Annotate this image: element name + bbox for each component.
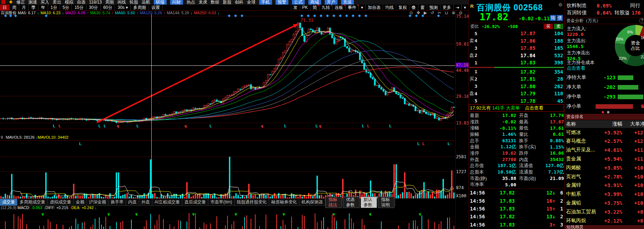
indicator-tab[interactable]: 盘后成交量	[182, 199, 208, 206]
period-tab[interactable]: 周	[10, 5, 19, 10]
toolbar-button[interactable]: ⇥	[453, 5, 461, 10]
toolbar-button[interactable]: 更多	[440, 5, 453, 10]
toolbar-button[interactable]: 窗	[418, 5, 427, 10]
period-tab[interactable]: 多周期	[131, 5, 149, 10]
lock-icon[interactable]: ⊔	[445, 10, 448, 15]
buy-button[interactable]: 买	[544, 24, 553, 29]
col-change[interactable]: 涨幅	[600, 121, 622, 127]
zoom-out-icon[interactable]: ⊖	[459, 10, 462, 15]
top-menu-item[interactable]: 远航	[142, 0, 150, 5]
top-menu-item[interactable]: 买入	[41, 0, 49, 5]
ask-row[interactable]: 517.87104	[469, 30, 564, 37]
period-tab[interactable]: 60分	[101, 5, 115, 10]
bond-badge[interactable]: 债	[557, 15, 563, 21]
top-menu-item[interactable]: 测速	[28, 0, 37, 5]
indicator-tab[interactable]: AI立桩成交量	[152, 199, 182, 206]
ask-row[interactable]: 117.83398	[469, 59, 564, 66]
toolbar-button[interactable]: 均线	[383, 5, 396, 10]
indicator-param-button[interactable]: 默认参数	[361, 197, 377, 208]
toolbar-button[interactable]: 预测	[427, 5, 440, 10]
period-tab[interactable]: 月	[19, 5, 29, 10]
macd-chart[interactable]	[0, 211, 455, 229]
rank-row[interactable]: 赛马概念+2.57%+12.3%	[565, 137, 644, 146]
top-menu-item[interactable]: 模拟	[65, 0, 73, 5]
undo-icon[interactable]: ↺	[430, 10, 434, 15]
top-menu-pill[interactable]: 商城	[308, 0, 321, 5]
bid-row[interactable]: 买217.8128	[469, 75, 564, 83]
event-diamond-icon[interactable]: ◆	[365, 14, 367, 17]
ask-row[interactable]: 317.85165	[469, 44, 564, 52]
ask-row[interactable]: 卖417.86188	[469, 37, 564, 45]
period-tab[interactable]: 5分	[60, 5, 72, 10]
event-diamond-icon[interactable]: ◆	[333, 14, 335, 17]
event-diamond-icon[interactable]: ◆	[14, 14, 17, 17]
period-tab[interactable]: 30s ▾	[115, 5, 131, 10]
event-diamond-icon[interactable]: ◆	[234, 14, 237, 17]
alert-link[interactable]: 点击查看	[525, 105, 543, 111]
event-diamond-icon[interactable]: ◆	[339, 14, 342, 17]
period-tab[interactable]: 15分	[72, 5, 86, 10]
indicator-tab[interactable]: 市盈率(ttm)	[208, 199, 235, 206]
top-menu-pill[interactable]: 预警	[276, 0, 288, 5]
top-menu-item[interactable]: 卖出	[53, 0, 61, 5]
pager-dot[interactable]	[607, 111, 609, 113]
period-tab[interactable]: 30分	[87, 5, 101, 10]
top-menu-pill[interactable]: 手机	[259, 0, 272, 5]
indicator-tab[interactable]: 成交量	[0, 199, 17, 206]
zoom-in-icon[interactable]: ⊕	[452, 10, 455, 15]
toolbar-button[interactable]: 叠	[409, 5, 418, 10]
scissors-icon[interactable]: ✂	[438, 10, 441, 15]
event-diamond-icon[interactable]: ◆	[45, 14, 48, 17]
rank-row[interactable]: 丙烯酸+3.05%+10.7%	[565, 163, 644, 172]
top-menu-item[interactable]: 自选	[77, 0, 85, 5]
period-tab[interactable]: 日	[0, 5, 10, 10]
event-diamond-icon[interactable]: ◆	[307, 14, 310, 17]
top-menu-item[interactable]: 修正	[16, 0, 25, 5]
rank-row[interactable]: 贵金属+5.94%+11.4%	[565, 154, 644, 163]
toolbar-button[interactable]: 发	[291, 5, 300, 10]
event-diamond-icon[interactable]: ◆	[358, 14, 361, 17]
bid-row[interactable]: 盘417.79110	[469, 90, 564, 97]
ask-row[interactable]: 盘217.84532	[469, 52, 564, 59]
top-menu-pill[interactable]: 开户	[325, 0, 337, 5]
toolbar-button[interactable]: 复权	[396, 5, 409, 10]
top-menu-item[interactable]: 118/13	[89, 0, 102, 5]
indicator-tab[interactable]: 多周期成交量	[17, 199, 48, 206]
event-diamond-icon[interactable]: ◆	[320, 14, 323, 17]
holding-cost-link[interactable]: 点击查看	[567, 65, 585, 71]
indicator-tab[interactable]: 虚拟成交量	[48, 199, 74, 206]
toolbar-button[interactable]: ▾	[461, 5, 468, 10]
event-diamond-icon[interactable]: ◆	[4, 14, 7, 17]
top-menu-item[interactable]: 全球	[247, 0, 256, 5]
event-diamond-icon[interactable]: ◆	[352, 14, 355, 17]
indicator-tab[interactable]: 内盘	[126, 199, 139, 206]
pager-dot-active[interactable]	[602, 111, 604, 113]
industry-peer-link[interactable]: 同行	[630, 2, 640, 9]
indicator-tab[interactable]: 陆股通持股变化	[235, 199, 269, 206]
rank-row[interactable]: 可燃冰+3.92%+12.8%	[565, 128, 644, 137]
event-diamond-icon[interactable]: ◆	[241, 14, 244, 17]
toolbar-button[interactable]: 连板	[332, 5, 345, 10]
lu-badge[interactable]: 陆	[550, 15, 556, 21]
rank-row[interactable]: 中船系+3.99%+10.0%	[565, 190, 644, 199]
help-icon[interactable]: ?	[639, 18, 644, 23]
pager-dots[interactable]	[602, 111, 609, 113]
top-menu-item[interactable]: 新股	[223, 0, 231, 5]
toolbar-button[interactable]: 简	[310, 5, 319, 10]
bond-row[interactable]: 百润转债 0.04% 转股溢 176	[565, 9, 644, 16]
col-name[interactable]: 名称	[565, 121, 600, 127]
rank-row[interactable]: 环氧丙烷+2.12%+8.5%	[565, 216, 644, 225]
rank-row[interactable]: 金属铅+3.75%+10.3%	[565, 198, 644, 207]
rank-row[interactable]: 金属锌+3.91%+10.4%	[565, 181, 644, 190]
top-menu-item[interactable]: 龙虎	[199, 0, 207, 5]
event-diamond-icon[interactable]: ◆	[313, 14, 316, 17]
indicator-tab[interactable]: 外盘	[139, 199, 152, 206]
event-diamond-icon[interactable]: ◆	[228, 14, 231, 17]
rank-row[interactable]: 石油加工贸易+3.22%+8.4%	[565, 207, 644, 216]
toolbar-button[interactable]: 加自选	[365, 5, 383, 10]
top-menu-pill[interactable]: 研报	[154, 0, 167, 5]
indicator-tab[interactable]: 融资融券变化	[269, 199, 299, 206]
col-big-order[interactable]: 大单净比	[622, 121, 644, 127]
indicator-tab[interactable]: 换手率	[109, 199, 126, 206]
period-tab[interactable]: 设置	[149, 5, 163, 10]
